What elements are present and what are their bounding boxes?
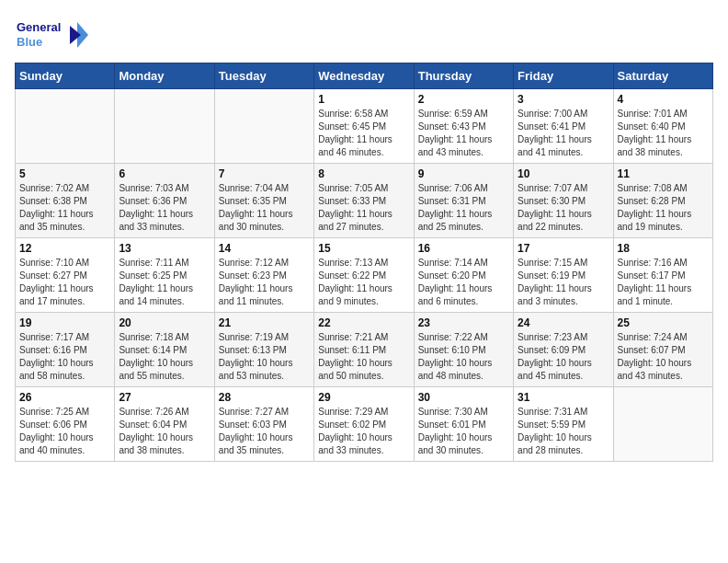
- svg-text:General: General: [17, 20, 61, 34]
- calendar-cell: 4Sunrise: 7:01 AM Sunset: 6:40 PM Daylig…: [613, 89, 712, 164]
- calendar-cell: 2Sunrise: 6:59 AM Sunset: 6:43 PM Daylig…: [414, 89, 513, 164]
- day-number: 14: [219, 242, 310, 255]
- calendar-cell: 23Sunrise: 7:22 AM Sunset: 6:10 PM Dayli…: [414, 313, 513, 387]
- day-info: Sunrise: 7:31 AM Sunset: 5:59 PM Dayligh…: [518, 406, 609, 457]
- calendar-cell: 8Sunrise: 7:05 AM Sunset: 6:33 PM Daylig…: [314, 164, 414, 238]
- day-number: 17: [518, 242, 609, 255]
- logo: General Blue: [15, 15, 88, 55]
- calendar-cell: 29Sunrise: 7:29 AM Sunset: 6:02 PM Dayli…: [314, 387, 414, 462]
- day-info: Sunrise: 7:02 AM Sunset: 6:38 PM Dayligh…: [19, 182, 110, 234]
- header-day: Wednesday: [314, 63, 414, 89]
- day-number: 26: [19, 391, 110, 404]
- day-number: 13: [119, 242, 210, 255]
- header-day: Friday: [514, 63, 613, 89]
- day-number: 19: [19, 316, 110, 329]
- svg-text:Blue: Blue: [17, 35, 42, 49]
- calendar-cell: 6Sunrise: 7:03 AM Sunset: 6:36 PM Daylig…: [115, 164, 214, 238]
- day-number: 27: [119, 391, 210, 404]
- day-info: Sunrise: 6:58 AM Sunset: 6:45 PM Dayligh…: [318, 108, 409, 159]
- calendar-cell: 21Sunrise: 7:19 AM Sunset: 6:13 PM Dayli…: [214, 313, 313, 387]
- day-info: Sunrise: 7:29 AM Sunset: 6:02 PM Dayligh…: [318, 406, 409, 457]
- calendar-cell: 17Sunrise: 7:15 AM Sunset: 6:19 PM Dayli…: [514, 238, 613, 313]
- calendar-cell: 18Sunrise: 7:16 AM Sunset: 6:17 PM Dayli…: [613, 238, 712, 313]
- day-info: Sunrise: 7:23 AM Sunset: 6:09 PM Dayligh…: [518, 331, 609, 383]
- day-info: Sunrise: 7:01 AM Sunset: 6:40 PM Dayligh…: [618, 108, 709, 159]
- day-info: Sunrise: 7:03 AM Sunset: 6:36 PM Dayligh…: [119, 182, 210, 234]
- calendar-table: SundayMondayTuesdayWednesdayThursdayFrid…: [15, 63, 713, 462]
- calendar-cell: 24Sunrise: 7:23 AM Sunset: 6:09 PM Dayli…: [514, 313, 613, 387]
- calendar-cell: 20Sunrise: 7:18 AM Sunset: 6:14 PM Dayli…: [115, 313, 214, 387]
- day-number: 8: [318, 167, 409, 180]
- calendar-cell: 19Sunrise: 7:17 AM Sunset: 6:16 PM Dayli…: [16, 313, 115, 387]
- calendar-header: SundayMondayTuesdayWednesdayThursdayFrid…: [16, 63, 713, 89]
- header-day: Tuesday: [214, 63, 313, 89]
- day-number: 4: [618, 93, 709, 106]
- day-number: 21: [219, 316, 310, 329]
- calendar-cell: 31Sunrise: 7:31 AM Sunset: 5:59 PM Dayli…: [514, 387, 613, 462]
- day-info: Sunrise: 7:30 AM Sunset: 6:01 PM Dayligh…: [418, 406, 509, 457]
- header-day: Saturday: [613, 63, 712, 89]
- calendar-cell: 1Sunrise: 6:58 AM Sunset: 6:45 PM Daylig…: [314, 89, 414, 164]
- day-number: 25: [618, 316, 709, 329]
- day-number: 11: [618, 167, 709, 180]
- calendar-cell: 9Sunrise: 7:06 AM Sunset: 6:31 PM Daylig…: [414, 164, 513, 238]
- calendar-cell: 11Sunrise: 7:08 AM Sunset: 6:28 PM Dayli…: [613, 164, 712, 238]
- day-info: Sunrise: 7:18 AM Sunset: 6:14 PM Dayligh…: [119, 331, 210, 383]
- day-number: 31: [518, 391, 609, 404]
- calendar-cell: 7Sunrise: 7:04 AM Sunset: 6:35 PM Daylig…: [214, 164, 313, 238]
- header-day: Sunday: [16, 63, 115, 89]
- calendar-cell: 27Sunrise: 7:26 AM Sunset: 6:04 PM Dayli…: [115, 387, 214, 462]
- page-header: General Blue: [15, 15, 713, 55]
- day-number: 3: [518, 93, 609, 106]
- calendar-cell: 12Sunrise: 7:10 AM Sunset: 6:27 PM Dayli…: [16, 238, 115, 313]
- day-number: 2: [418, 93, 509, 106]
- calendar-cell: 14Sunrise: 7:12 AM Sunset: 6:23 PM Dayli…: [214, 238, 313, 313]
- day-number: 7: [219, 167, 310, 180]
- day-info: Sunrise: 7:24 AM Sunset: 6:07 PM Dayligh…: [618, 331, 709, 383]
- day-info: Sunrise: 7:04 AM Sunset: 6:35 PM Dayligh…: [219, 182, 310, 234]
- day-number: 18: [618, 242, 709, 255]
- calendar-cell: 22Sunrise: 7:21 AM Sunset: 6:11 PM Dayli…: [314, 313, 414, 387]
- day-number: 9: [418, 167, 509, 180]
- day-info: Sunrise: 7:06 AM Sunset: 6:31 PM Dayligh…: [418, 182, 509, 234]
- day-info: Sunrise: 7:11 AM Sunset: 6:25 PM Dayligh…: [119, 257, 210, 308]
- day-info: Sunrise: 7:05 AM Sunset: 6:33 PM Dayligh…: [318, 182, 409, 234]
- day-info: Sunrise: 7:16 AM Sunset: 6:17 PM Dayligh…: [618, 257, 709, 308]
- calendar-cell: 15Sunrise: 7:13 AM Sunset: 6:22 PM Dayli…: [314, 238, 414, 313]
- day-info: Sunrise: 7:08 AM Sunset: 6:28 PM Dayligh…: [618, 182, 709, 234]
- header-day: Thursday: [414, 63, 513, 89]
- day-number: 16: [418, 242, 509, 255]
- day-info: Sunrise: 7:14 AM Sunset: 6:20 PM Dayligh…: [418, 257, 509, 308]
- calendar-week: 19Sunrise: 7:17 AM Sunset: 6:16 PM Dayli…: [16, 313, 713, 387]
- day-number: 29: [318, 391, 409, 404]
- day-number: 30: [418, 391, 509, 404]
- calendar-cell: 26Sunrise: 7:25 AM Sunset: 6:06 PM Dayli…: [16, 387, 115, 462]
- day-number: 6: [119, 167, 210, 180]
- day-number: 15: [318, 242, 409, 255]
- calendar-cell: 30Sunrise: 7:30 AM Sunset: 6:01 PM Dayli…: [414, 387, 513, 462]
- header-day: Monday: [115, 63, 214, 89]
- day-info: Sunrise: 7:10 AM Sunset: 6:27 PM Dayligh…: [19, 257, 110, 308]
- day-info: Sunrise: 7:13 AM Sunset: 6:22 PM Dayligh…: [318, 257, 409, 308]
- day-number: 5: [19, 167, 110, 180]
- calendar-week: 5Sunrise: 7:02 AM Sunset: 6:38 PM Daylig…: [16, 164, 713, 238]
- day-number: 22: [318, 316, 409, 329]
- day-number: 24: [518, 316, 609, 329]
- day-info: Sunrise: 7:26 AM Sunset: 6:04 PM Dayligh…: [119, 406, 210, 457]
- calendar-week: 12Sunrise: 7:10 AM Sunset: 6:27 PM Dayli…: [16, 238, 713, 313]
- day-info: Sunrise: 7:21 AM Sunset: 6:11 PM Dayligh…: [318, 331, 409, 383]
- day-number: 20: [119, 316, 210, 329]
- day-info: Sunrise: 7:17 AM Sunset: 6:16 PM Dayligh…: [19, 331, 110, 383]
- day-info: Sunrise: 7:00 AM Sunset: 6:41 PM Dayligh…: [518, 108, 609, 159]
- calendar-cell: 10Sunrise: 7:07 AM Sunset: 6:30 PM Dayli…: [514, 164, 613, 238]
- day-info: Sunrise: 7:22 AM Sunset: 6:10 PM Dayligh…: [418, 331, 509, 383]
- day-number: 1: [318, 93, 409, 106]
- day-number: 28: [219, 391, 310, 404]
- calendar-cell: [16, 89, 115, 164]
- calendar-cell: [115, 89, 214, 164]
- calendar-cell: [214, 89, 313, 164]
- day-info: Sunrise: 7:19 AM Sunset: 6:13 PM Dayligh…: [219, 331, 310, 383]
- day-info: Sunrise: 7:27 AM Sunset: 6:03 PM Dayligh…: [219, 406, 310, 457]
- calendar-cell: 13Sunrise: 7:11 AM Sunset: 6:25 PM Dayli…: [115, 238, 214, 313]
- calendar-week: 1Sunrise: 6:58 AM Sunset: 6:45 PM Daylig…: [16, 89, 713, 164]
